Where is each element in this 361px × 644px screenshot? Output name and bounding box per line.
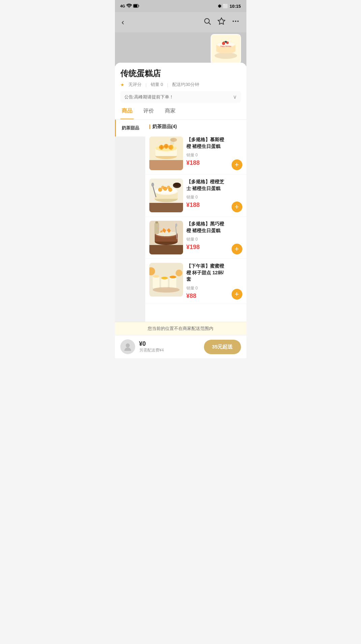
svg-point-2: [205, 19, 209, 23]
cart-price: ¥0: [139, 340, 200, 347]
product-item-4: 【下午茶】蜜蜜橙橙 杯子甜点 12杯/套 销量 0 ¥88 +: [145, 259, 246, 304]
product-info-4: 【下午茶】蜜蜜橙橙 杯子甜点 12杯/套 销量 0 ¥88: [186, 263, 228, 300]
svg-point-14: [222, 42, 225, 45]
wifi-icon: [126, 4, 132, 8]
product-image-3: [149, 221, 183, 254]
more-icon[interactable]: [232, 17, 240, 27]
product-name-2: 【多规格】橙橙芝士 褚橙生日蛋糕: [186, 179, 228, 192]
status-bar: 4G ✱ ⬜ 10:15: [115, 0, 246, 12]
nav-actions: [203, 17, 240, 27]
svg-point-38: [167, 186, 170, 189]
svg-point-41: [174, 183, 180, 187]
cart-delivery: 另需配送费¥4: [139, 347, 200, 353]
section-bar: [149, 124, 150, 129]
cart-avatar[interactable]: [120, 339, 135, 354]
svg-point-51: [175, 223, 177, 227]
notice-text: 公告:高峰期请提前下单！: [124, 94, 174, 100]
bottom-bar: ¥0 另需配送费¥4 35元起送: [115, 335, 246, 358]
hero-area: Happy Birthday: [115, 32, 246, 66]
notice-expand-icon[interactable]: ∨: [233, 94, 237, 100]
add-button-2[interactable]: +: [232, 202, 242, 212]
svg-rect-55: [153, 276, 159, 288]
svg-point-58: [161, 277, 168, 279]
main-content: 奶茶甜品 奶茶甜品(4): [115, 120, 246, 322]
product-image-4: [149, 263, 183, 297]
favorite-icon[interactable]: [217, 17, 225, 27]
svg-rect-19: [149, 160, 183, 170]
product-item-2: 【多规格】橙橙芝士 褚橙生日蛋糕 销量 0 ¥188 +: [145, 175, 246, 217]
search-icon[interactable]: [203, 17, 211, 27]
product-image-2: [149, 179, 183, 212]
svg-point-6: [235, 21, 236, 22]
product-info-2: 【多规格】橙橙芝士 褚橙生日蛋糕 销量 0 ¥188: [186, 179, 228, 209]
svg-point-39: [151, 183, 154, 187]
product-item-3: 【多规格】黑巧橙橙 褚橙生日蛋糕 销量 0 ¥198 +: [145, 217, 246, 259]
nfc-icon: ⬜: [223, 4, 228, 9]
add-button-3[interactable]: +: [232, 244, 242, 254]
store-notice: 公告:高峰期请提前下单！ ∨: [120, 91, 241, 103]
add-button-1[interactable]: +: [232, 159, 242, 170]
product-price-2: ¥188: [186, 202, 228, 209]
svg-point-9: [214, 53, 237, 59]
svg-point-37: [161, 186, 164, 189]
svg-rect-57: [161, 278, 168, 288]
status-right: ✱ ⬜ 10:15: [218, 4, 241, 9]
status-left: 4G: [120, 4, 140, 8]
add-button-4[interactable]: +: [232, 289, 242, 300]
product-item: 【多规格】慕斯橙橙 褚橙生日蛋糕 销量 0 ¥188 +: [145, 132, 246, 175]
product-name-3: 【多规格】黑巧橙橙 褚橙生日蛋糕: [186, 221, 228, 234]
svg-point-16: [225, 41, 227, 43]
svg-line-3: [209, 23, 211, 25]
cart-info: ¥0 另需配送费¥4: [139, 340, 200, 353]
product-price-1: ¥188: [186, 159, 228, 166]
svg-point-60: [170, 276, 176, 278]
product-image-1: [149, 136, 183, 170]
nav-bar: ‹: [115, 12, 246, 32]
product-sales-1: 销量 0: [186, 152, 228, 158]
tab-reviews[interactable]: 评价: [142, 103, 155, 119]
section-header: 奶茶甜品(4): [145, 120, 246, 132]
svg-rect-1: [134, 4, 138, 7]
tab-products[interactable]: 商品: [120, 103, 134, 119]
tab-merchant[interactable]: 商家: [163, 103, 177, 119]
sidebar-item-milk-tea[interactable]: 奶茶甜品: [115, 120, 145, 136]
product-info-1: 【多规格】慕斯橙橙 褚橙生日蛋糕 销量 0 ¥188: [186, 136, 228, 166]
svg-rect-29: [149, 203, 183, 212]
svg-rect-52: [154, 222, 159, 234]
svg-rect-53: [155, 221, 158, 223]
battery-icon: [133, 4, 139, 8]
svg-text:Happy Birthday: Happy Birthday: [220, 45, 231, 47]
svg-point-64: [126, 343, 130, 347]
store-rating: 无评分: [128, 82, 142, 88]
product-info-3: 【多规格】黑巧橙橙 褚橙生日蛋糕 销量 0 ¥198: [186, 221, 228, 251]
product-sales-3: 销量 0: [186, 237, 228, 242]
checkout-button[interactable]: 35元起送: [204, 340, 241, 354]
notice-text: 您当前的位置不在商家配送范围内: [148, 326, 213, 331]
store-card: 传统蛋糕店 ★ 无评分 | 销量 0 | 配送约30分钟 公告:高峰期请提前下单…: [115, 63, 246, 103]
svg-rect-59: [170, 277, 176, 288]
product-name-4: 【下午茶】蜜蜜橙橙 杯子甜点 12杯/套: [186, 263, 228, 283]
store-sales: 销量 0: [151, 82, 163, 88]
bluetooth-icon: ✱: [218, 4, 221, 9]
store-name: 传统蛋糕店: [120, 68, 241, 79]
product-list: 奶茶甜品(4): [145, 120, 246, 322]
location-notice: 您当前的位置不在商家配送范围内: [115, 322, 246, 335]
star-icon: ★: [120, 82, 124, 87]
signal-icon: 4G: [120, 4, 125, 8]
store-meta: ★ 无评分 | 销量 0 | 配送约30分钟: [120, 82, 241, 88]
tabs: 商品 评价 商家: [115, 103, 246, 120]
svg-point-7: [237, 21, 239, 22]
section-title: 奶茶甜品(4): [152, 124, 177, 130]
svg-point-27: [170, 138, 177, 142]
product-sales-4: 销量 0: [186, 285, 228, 291]
svg-rect-43: [149, 245, 183, 254]
product-sales-2: 销量 0: [186, 194, 228, 200]
store-delivery: 配送约30分钟: [172, 82, 199, 88]
back-button[interactable]: ‹: [122, 18, 124, 27]
category-sidebar: 奶茶甜品: [115, 120, 145, 322]
time-display: 10:15: [230, 4, 241, 9]
svg-point-56: [153, 275, 159, 278]
svg-point-5: [233, 21, 234, 22]
svg-marker-4: [218, 18, 225, 24]
product-name-1: 【多规格】慕斯橙橙 褚橙生日蛋糕: [186, 136, 228, 150]
